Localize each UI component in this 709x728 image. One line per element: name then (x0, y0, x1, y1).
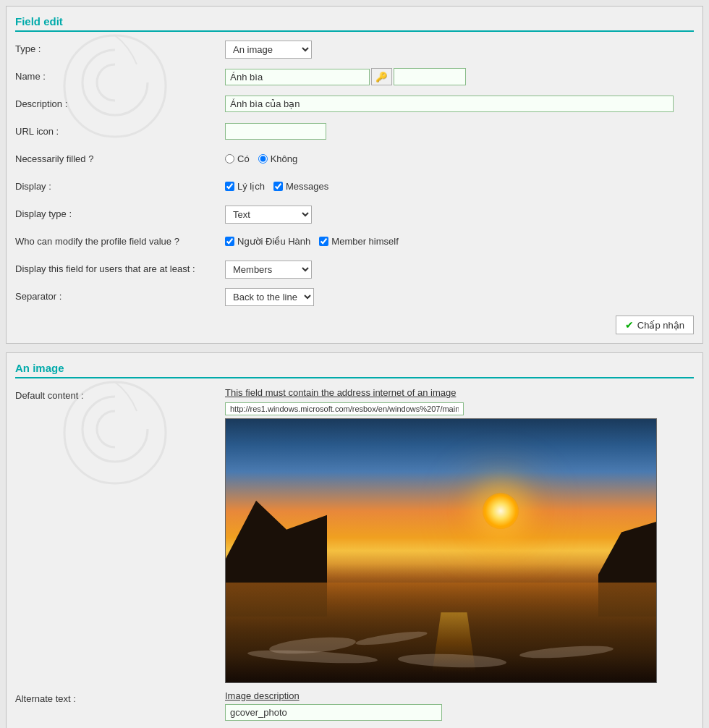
checkbox-nguoi-dieu-hanh-label[interactable]: Người Điều Hành (225, 236, 310, 247)
url-icon-input[interactable] (225, 123, 326, 140)
radio-khong[interactable] (258, 154, 268, 164)
display-label: Display : (15, 178, 225, 192)
section1-accept-label: Chấp nhận (637, 320, 684, 331)
alt-description-label: Image description (225, 690, 694, 701)
url-icon-row: URL icon : (15, 123, 694, 143)
checkbox-messages[interactable] (273, 182, 283, 191)
checkbox-ly-lich[interactable] (225, 182, 234, 191)
separator-control: Back to the line (225, 288, 694, 306)
description-input[interactable] (225, 96, 674, 112)
checkbox-nguoi-dieu-hanh-text: Người Điều Hành (237, 236, 310, 247)
default-content-row: Default content : This field must contai… (15, 387, 694, 683)
display-users-control: Members (225, 261, 694, 279)
name-input[interactable] (225, 69, 370, 85)
default-content-label: Default content : (15, 387, 225, 401)
name-control: 🔑 (225, 68, 694, 85)
checkbox-ly-lich-label[interactable]: Lý lịch (225, 181, 265, 192)
an-image-title: An image (15, 362, 694, 378)
url-icon-label: URL icon : (15, 123, 225, 137)
alt-text-input[interactable] (225, 704, 442, 721)
separator-select[interactable]: Back to the line (225, 288, 314, 306)
radio-khong-label[interactable]: Không (258, 153, 298, 164)
radio-khong-text: Không (271, 153, 298, 164)
alternate-text-row: Alternate text : Image description (15, 690, 694, 721)
section1-btn-row: ✔ Chấp nhận (15, 316, 694, 334)
checkbox-member-himself-text: Member himself (331, 236, 398, 247)
checkbox-member-himself-label[interactable]: Member himself (319, 236, 398, 247)
necessarily-control: Có Không (225, 151, 694, 164)
description-control (225, 96, 694, 112)
necessarily-row: Necessarily filled ? Có Không (15, 151, 694, 171)
separator-label: Separator : (15, 288, 225, 302)
display-users-label: Display this field for users that are at… (15, 261, 225, 274)
check-icon: ✔ (625, 319, 634, 331)
sun (483, 493, 519, 529)
type-control: An image (225, 41, 694, 59)
display-row: Display : Lý lịch Messages (15, 178, 694, 198)
wave-4 (398, 653, 507, 669)
image-description-text: This field must contain the address inte… (225, 387, 694, 398)
display-type-label: Display type : (15, 206, 225, 219)
wave-5 (519, 644, 614, 661)
checkbox-ly-lich-text: Lý lịch (237, 181, 265, 192)
wave-3 (354, 629, 428, 648)
alternate-text-label: Alternate text : (15, 690, 225, 704)
display-control: Lý lịch Messages (225, 178, 694, 192)
alternate-text-control: Image description (225, 690, 694, 721)
an-image-section: An image Default content : This field mu… (6, 352, 703, 728)
checkbox-messages-text: Messages (286, 181, 328, 192)
display-users-row: Display this field for users that are at… (15, 261, 694, 281)
who-modify-control: Người Điều Hành Member himself (225, 233, 694, 247)
field-edit-section: Field edit Type : An image Name : 🔑 Desc… (6, 6, 703, 344)
field-edit-title: Field edit (15, 15, 694, 32)
default-content-control: This field must contain the address inte… (225, 387, 694, 683)
checkbox-messages-label[interactable]: Messages (273, 181, 328, 192)
radio-co[interactable] (225, 154, 234, 164)
name-extra-field (394, 68, 466, 85)
display-type-row: Display type : Text (15, 206, 694, 226)
radio-co-label[interactable]: Có (225, 153, 250, 164)
who-modify-row: Who can modify the profile field value ?… (15, 233, 694, 253)
radio-co-text: Có (237, 153, 250, 164)
checkbox-nguoi-dieu-hanh[interactable] (225, 237, 234, 246)
water (226, 583, 656, 682)
wave-2 (247, 648, 378, 666)
separator-row: Separator : Back to the line (15, 288, 694, 308)
type-select[interactable]: An image (225, 41, 312, 59)
url-icon-control (225, 123, 694, 140)
display-users-select[interactable]: Members (225, 261, 312, 279)
display-type-control: Text (225, 206, 694, 224)
sunset-image (225, 418, 657, 683)
type-row: Type : An image (15, 41, 694, 61)
name-row: Name : 🔑 (15, 68, 694, 88)
checkbox-member-himself[interactable] (319, 237, 328, 246)
type-label: Type : (15, 41, 225, 54)
who-modify-label: Who can modify the profile field value ? (15, 233, 225, 247)
name-icon-button[interactable]: 🔑 (371, 68, 392, 85)
section1-accept-button[interactable]: ✔ Chấp nhận (616, 316, 694, 334)
description-label: Description : (15, 96, 225, 109)
key-icon: 🔑 (375, 72, 388, 82)
description-row: Description : (15, 96, 694, 116)
display-type-select[interactable]: Text (225, 206, 312, 224)
name-label: Name : (15, 68, 225, 82)
image-url-input[interactable] (225, 402, 464, 415)
necessarily-label: Necessarily filled ? (15, 151, 225, 164)
